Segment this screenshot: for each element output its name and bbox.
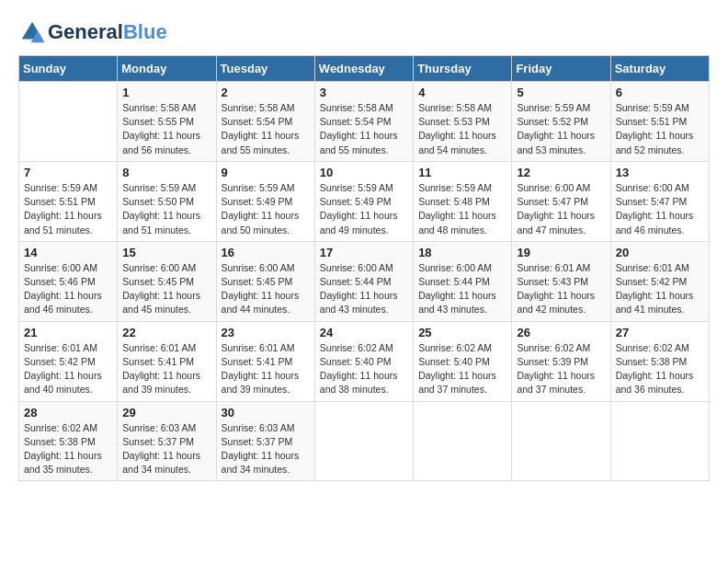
calendar-cell: 5Sunrise: 5:59 AM Sunset: 5:52 PM Daylig… bbox=[512, 82, 610, 162]
calendar-cell: 7Sunrise: 5:59 AM Sunset: 5:51 PM Daylig… bbox=[19, 161, 118, 241]
calendar-cell: 23Sunrise: 6:01 AM Sunset: 5:41 PM Dayli… bbox=[216, 321, 314, 401]
day-info: Sunrise: 6:02 AM Sunset: 5:40 PM Dayligh… bbox=[320, 341, 408, 397]
day-number: 24 bbox=[320, 326, 408, 339]
day-info: Sunrise: 5:59 AM Sunset: 5:51 PM Dayligh… bbox=[616, 101, 704, 157]
day-number: 13 bbox=[616, 166, 704, 179]
day-number: 22 bbox=[122, 326, 210, 339]
day-number: 4 bbox=[418, 86, 506, 99]
week-row-2: 7Sunrise: 5:59 AM Sunset: 5:51 PM Daylig… bbox=[19, 161, 710, 241]
weekday-header-thursday: Thursday bbox=[414, 56, 512, 82]
day-number: 26 bbox=[517, 326, 605, 339]
calendar-cell bbox=[610, 401, 709, 481]
day-info: Sunrise: 6:02 AM Sunset: 5:38 PM Dayligh… bbox=[616, 341, 704, 397]
day-info: Sunrise: 5:58 AM Sunset: 5:53 PM Dayligh… bbox=[418, 101, 506, 157]
calendar-cell: 13Sunrise: 6:00 AM Sunset: 5:47 PM Dayli… bbox=[610, 161, 709, 241]
day-number: 9 bbox=[222, 166, 310, 179]
weekday-header-saturday: Saturday bbox=[610, 56, 709, 82]
calendar-cell: 21Sunrise: 6:01 AM Sunset: 5:42 PM Dayli… bbox=[19, 321, 118, 401]
day-number: 2 bbox=[222, 86, 310, 99]
calendar-cell: 30Sunrise: 6:03 AM Sunset: 5:37 PM Dayli… bbox=[216, 401, 314, 481]
day-number: 11 bbox=[418, 166, 506, 179]
day-info: Sunrise: 5:58 AM Sunset: 5:54 PM Dayligh… bbox=[222, 101, 310, 157]
day-info: Sunrise: 6:01 AM Sunset: 5:42 PM Dayligh… bbox=[24, 341, 112, 397]
day-number: 29 bbox=[122, 406, 210, 419]
day-number: 3 bbox=[320, 86, 408, 99]
day-info: Sunrise: 6:01 AM Sunset: 5:42 PM Dayligh… bbox=[616, 261, 704, 317]
day-info: Sunrise: 6:01 AM Sunset: 5:41 PM Dayligh… bbox=[122, 341, 210, 397]
week-row-3: 14Sunrise: 6:00 AM Sunset: 5:46 PM Dayli… bbox=[19, 241, 710, 321]
weekday-header-monday: Monday bbox=[118, 56, 216, 82]
day-info: Sunrise: 6:01 AM Sunset: 5:43 PM Dayligh… bbox=[517, 261, 605, 317]
day-number: 10 bbox=[320, 166, 408, 179]
day-number: 21 bbox=[24, 326, 112, 339]
calendar-table: SundayMondayTuesdayWednesdayThursdayFrid… bbox=[18, 55, 710, 481]
logo-text: GeneralBlue bbox=[48, 21, 167, 43]
day-number: 5 bbox=[517, 86, 605, 99]
day-number: 27 bbox=[616, 326, 704, 339]
day-info: Sunrise: 5:58 AM Sunset: 5:55 PM Dayligh… bbox=[122, 101, 210, 157]
logo-icon bbox=[18, 18, 46, 46]
calendar-cell: 15Sunrise: 6:00 AM Sunset: 5:45 PM Dayli… bbox=[118, 241, 216, 321]
day-number: 6 bbox=[616, 86, 704, 99]
calendar-cell: 26Sunrise: 6:02 AM Sunset: 5:39 PM Dayli… bbox=[512, 321, 610, 401]
day-info: Sunrise: 5:59 AM Sunset: 5:50 PM Dayligh… bbox=[122, 181, 210, 237]
day-number: 25 bbox=[418, 326, 506, 339]
day-number: 12 bbox=[517, 166, 605, 179]
day-info: Sunrise: 6:00 AM Sunset: 5:44 PM Dayligh… bbox=[320, 261, 408, 317]
day-number: 17 bbox=[320, 246, 408, 259]
day-info: Sunrise: 6:02 AM Sunset: 5:39 PM Dayligh… bbox=[517, 341, 605, 397]
day-number: 7 bbox=[24, 166, 112, 179]
week-row-5: 28Sunrise: 6:02 AM Sunset: 5:38 PM Dayli… bbox=[19, 401, 710, 481]
calendar-cell bbox=[512, 401, 610, 481]
page-header: GeneralBlue bbox=[18, 18, 710, 46]
day-info: Sunrise: 5:59 AM Sunset: 5:52 PM Dayligh… bbox=[517, 101, 605, 157]
day-info: Sunrise: 6:02 AM Sunset: 5:40 PM Dayligh… bbox=[418, 341, 506, 397]
day-info: Sunrise: 6:00 AM Sunset: 5:45 PM Dayligh… bbox=[122, 261, 210, 317]
calendar-cell: 12Sunrise: 6:00 AM Sunset: 5:47 PM Dayli… bbox=[512, 161, 610, 241]
day-info: Sunrise: 5:59 AM Sunset: 5:49 PM Dayligh… bbox=[222, 181, 310, 237]
day-info: Sunrise: 6:00 AM Sunset: 5:47 PM Dayligh… bbox=[517, 181, 605, 237]
calendar-cell bbox=[19, 82, 118, 162]
day-info: Sunrise: 5:58 AM Sunset: 5:54 PM Dayligh… bbox=[320, 101, 408, 157]
calendar-cell: 1Sunrise: 5:58 AM Sunset: 5:55 PM Daylig… bbox=[118, 82, 216, 162]
day-info: Sunrise: 6:00 AM Sunset: 5:47 PM Dayligh… bbox=[616, 181, 704, 237]
calendar-cell: 28Sunrise: 6:02 AM Sunset: 5:38 PM Dayli… bbox=[19, 401, 118, 481]
calendar-cell: 10Sunrise: 5:59 AM Sunset: 5:49 PM Dayli… bbox=[314, 161, 413, 241]
calendar-cell: 29Sunrise: 6:03 AM Sunset: 5:37 PM Dayli… bbox=[118, 401, 216, 481]
day-number: 15 bbox=[122, 246, 210, 259]
calendar-cell: 19Sunrise: 6:01 AM Sunset: 5:43 PM Dayli… bbox=[512, 241, 610, 321]
day-number: 23 bbox=[222, 326, 310, 339]
calendar-cell: 8Sunrise: 5:59 AM Sunset: 5:50 PM Daylig… bbox=[118, 161, 216, 241]
calendar-cell: 14Sunrise: 6:00 AM Sunset: 5:46 PM Dayli… bbox=[19, 241, 118, 321]
calendar-cell bbox=[314, 401, 413, 481]
day-number: 28 bbox=[24, 406, 112, 419]
day-number: 1 bbox=[122, 86, 210, 99]
day-info: Sunrise: 6:00 AM Sunset: 5:45 PM Dayligh… bbox=[222, 261, 310, 317]
day-info: Sunrise: 6:00 AM Sunset: 5:46 PM Dayligh… bbox=[24, 261, 112, 317]
day-info: Sunrise: 6:03 AM Sunset: 5:37 PM Dayligh… bbox=[122, 421, 210, 477]
calendar-cell: 11Sunrise: 5:59 AM Sunset: 5:48 PM Dayli… bbox=[414, 161, 512, 241]
calendar-cell: 3Sunrise: 5:58 AM Sunset: 5:54 PM Daylig… bbox=[314, 82, 413, 162]
calendar-cell: 18Sunrise: 6:00 AM Sunset: 5:44 PM Dayli… bbox=[414, 241, 512, 321]
day-number: 16 bbox=[222, 246, 310, 259]
day-number: 8 bbox=[122, 166, 210, 179]
calendar-cell: 25Sunrise: 6:02 AM Sunset: 5:40 PM Dayli… bbox=[414, 321, 512, 401]
day-info: Sunrise: 6:01 AM Sunset: 5:41 PM Dayligh… bbox=[222, 341, 310, 397]
week-row-1: 1Sunrise: 5:58 AM Sunset: 5:55 PM Daylig… bbox=[19, 82, 710, 162]
day-number: 14 bbox=[24, 246, 112, 259]
calendar-cell: 22Sunrise: 6:01 AM Sunset: 5:41 PM Dayli… bbox=[118, 321, 216, 401]
calendar-cell: 24Sunrise: 6:02 AM Sunset: 5:40 PM Dayli… bbox=[314, 321, 413, 401]
day-info: Sunrise: 5:59 AM Sunset: 5:48 PM Dayligh… bbox=[418, 181, 506, 237]
week-row-4: 21Sunrise: 6:01 AM Sunset: 5:42 PM Dayli… bbox=[19, 321, 710, 401]
calendar-cell bbox=[414, 401, 512, 481]
day-number: 20 bbox=[616, 246, 704, 259]
day-number: 19 bbox=[517, 246, 605, 259]
calendar-cell: 4Sunrise: 5:58 AM Sunset: 5:53 PM Daylig… bbox=[414, 82, 512, 162]
day-info: Sunrise: 5:59 AM Sunset: 5:51 PM Dayligh… bbox=[24, 181, 112, 237]
day-info: Sunrise: 6:00 AM Sunset: 5:44 PM Dayligh… bbox=[418, 261, 506, 317]
weekday-header-wednesday: Wednesday bbox=[314, 56, 413, 82]
day-number: 18 bbox=[418, 246, 506, 259]
day-number: 30 bbox=[222, 406, 310, 419]
calendar-cell: 2Sunrise: 5:58 AM Sunset: 5:54 PM Daylig… bbox=[216, 82, 314, 162]
day-info: Sunrise: 6:03 AM Sunset: 5:37 PM Dayligh… bbox=[222, 421, 310, 477]
